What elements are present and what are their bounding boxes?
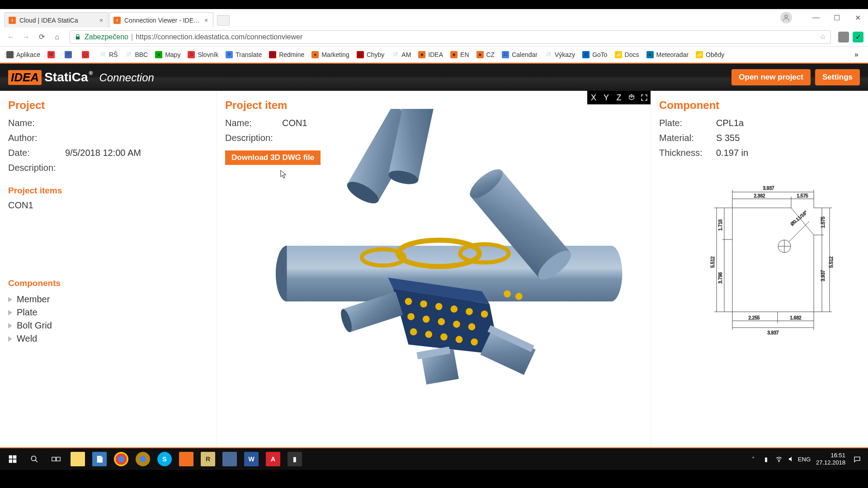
view-y-button[interactable]: Y — [600, 91, 613, 104]
back-button[interactable]: ← — [5, 31, 17, 43]
taskbar-idea[interactable] — [175, 449, 197, 469]
taskbar-file-explorer[interactable] — [67, 449, 89, 469]
tray-battery-icon[interactable]: ▮ — [761, 454, 772, 465]
bookmark-label: Obědy — [706, 51, 724, 58]
bookmark-item[interactable]: 📁Obědy — [692, 48, 728, 61]
extension-icon[interactable] — [838, 32, 849, 42]
minimize-button[interactable]: — — [806, 9, 826, 26]
tray-clock[interactable]: 16:51 27.12.2018 — [816, 452, 845, 466]
bookmark-item[interactable]: ■IDEA — [415, 48, 447, 61]
svg-rect-82 — [9, 455, 13, 459]
bookmark-item[interactable]: 📄BBC — [121, 48, 151, 61]
taskbar-chrome-canary[interactable] — [132, 449, 154, 469]
browser-tab[interactable]: I Connection Viewer - IDE… × — [109, 12, 213, 28]
bookmark-item[interactable]: ⨀ — [78, 48, 95, 61]
component-tree-item[interactable]: Plate — [8, 306, 208, 319]
svg-point-19 — [435, 303, 443, 310]
bookmark-item[interactable]: ●Marketing — [308, 48, 353, 61]
search-button[interactable] — [24, 449, 45, 469]
svg-text:1.716: 1.716 — [718, 219, 723, 230]
bookmark-icon: ■ — [418, 51, 425, 58]
svg-rect-84 — [9, 460, 13, 463]
svg-text:1.575: 1.575 — [821, 216, 826, 228]
bookmark-item[interactable]: 31Calendar — [498, 48, 541, 61]
3d-viewport[interactable] — [226, 109, 642, 438]
center-panel: Project item Name:CON1 Description: Down… — [217, 91, 651, 447]
svg-text:5.512: 5.512 — [710, 256, 715, 267]
browser-tab-bar: I Cloud | IDEA StatiCa × I Connection Vi… — [0, 9, 868, 28]
project-item[interactable]: CON1 — [8, 200, 208, 211]
bookmark-item[interactable]: M — [44, 48, 61, 61]
bookmark-item[interactable]: ■CZ — [473, 48, 499, 61]
forward-button[interactable]: → — [20, 31, 33, 43]
taskbar-skype[interactable]: S — [154, 449, 175, 469]
reload-button[interactable]: ⟳ — [35, 31, 48, 43]
start-button[interactable] — [2, 449, 24, 469]
bookmark-icon: f — [65, 51, 72, 58]
bookmark-star-icon[interactable]: ☆ — [820, 33, 826, 41]
bookmark-item[interactable]: ●Meteoradar — [643, 48, 693, 61]
taskbar-word[interactable]: W — [241, 449, 262, 469]
left-panel: Project Name: Author: Date:9/5/2018 12:0… — [0, 91, 217, 447]
bookmark-item[interactable]: ●Mapy — [151, 48, 184, 61]
tray-notifications-icon[interactable] — [852, 454, 863, 465]
svg-point-25 — [438, 318, 445, 325]
bookmark-item[interactable]: 📄RŠ — [95, 48, 121, 61]
svg-text:2.362: 2.362 — [754, 193, 765, 198]
task-view-button[interactable] — [45, 449, 67, 469]
component-tree-item[interactable]: Bolt Grid — [8, 319, 208, 332]
bookmark-item[interactable]: 📄AM — [388, 48, 415, 61]
extension-icon[interactable]: ✓ — [853, 32, 863, 42]
url-input[interactable]: Zabezpečeno | https://connection.ideasta… — [70, 30, 831, 44]
close-icon[interactable]: × — [98, 17, 104, 23]
view-x-button[interactable]: X — [587, 91, 600, 104]
bookmark-item[interactable]: f — [61, 48, 78, 61]
open-new-project-button[interactable]: Open new project — [731, 69, 811, 85]
fullscreen-button[interactable] — [638, 91, 651, 104]
taskbar-app2[interactable] — [219, 449, 241, 469]
svg-point-21 — [466, 308, 473, 315]
new-tab-button[interactable] — [217, 15, 230, 26]
settings-button[interactable]: Settings — [815, 69, 860, 85]
bookmark-item[interactable]: 📄Výkazy — [541, 48, 579, 61]
svg-rect-83 — [13, 455, 17, 459]
bookmark-label: Redmine — [279, 51, 304, 58]
component-tree-item[interactable]: Member — [8, 293, 208, 306]
taskbar-app[interactable]: 📄 — [89, 449, 110, 469]
bookmark-item[interactable]: ◐Chyby — [353, 48, 388, 61]
bookmark-label: EN — [460, 51, 469, 58]
close-icon[interactable]: × — [203, 17, 209, 23]
tray-lang[interactable]: ENG — [799, 454, 810, 465]
tray-expand-icon[interactable]: ˄ — [748, 454, 759, 465]
bookmark-item[interactable]: SSlovník — [184, 48, 222, 61]
close-window-button[interactable]: ✕ — [847, 9, 868, 26]
field-label: Description: — [8, 163, 65, 173]
view-z-button[interactable]: Z — [613, 91, 625, 104]
bookmark-item[interactable]: ⊕GoTo — [579, 48, 611, 61]
bookmark-item[interactable]: ⟳Translate — [222, 48, 265, 61]
field-label: Plate: — [659, 118, 716, 128]
bookmark-overflow-button[interactable]: » — [848, 51, 865, 59]
tray-wifi-icon[interactable] — [774, 454, 784, 465]
windows-taskbar: 📄 S R W A ▮ ˄ ▮ ENG 16:51 27.12.2018 — [0, 448, 868, 470]
taskbar-revit[interactable]: R — [197, 449, 219, 469]
bookmark-icon: ● — [155, 51, 162, 58]
field-label: Name: — [8, 118, 65, 128]
bookmark-item[interactable]: ■EN — [447, 48, 472, 61]
bookmark-item[interactable]: ◐Redmine — [265, 48, 308, 61]
bookmark-label: IDEA — [428, 51, 443, 58]
bookmark-icon: ⟳ — [226, 51, 233, 58]
bookmark-item[interactable]: ⋮⋮⋮Aplikace — [3, 48, 44, 61]
view-iso-button[interactable] — [625, 91, 638, 104]
user-avatar-icon[interactable] — [780, 12, 792, 23]
component-tree-item[interactable]: Weld — [8, 332, 208, 345]
browser-tab[interactable]: I Cloud | IDEA StatiCa × — [5, 12, 108, 28]
taskbar-acrobat[interactable]: A — [262, 449, 284, 469]
tray-volume-icon[interactable] — [786, 454, 797, 465]
home-button[interactable]: ⌂ — [51, 31, 63, 43]
maximize-button[interactable]: ☐ — [826, 9, 847, 26]
taskbar-movie[interactable]: ▮ — [284, 449, 306, 469]
svg-point-31 — [456, 336, 463, 343]
taskbar-chrome[interactable] — [110, 449, 132, 469]
bookmark-item[interactable]: 📁Docs — [611, 48, 643, 61]
